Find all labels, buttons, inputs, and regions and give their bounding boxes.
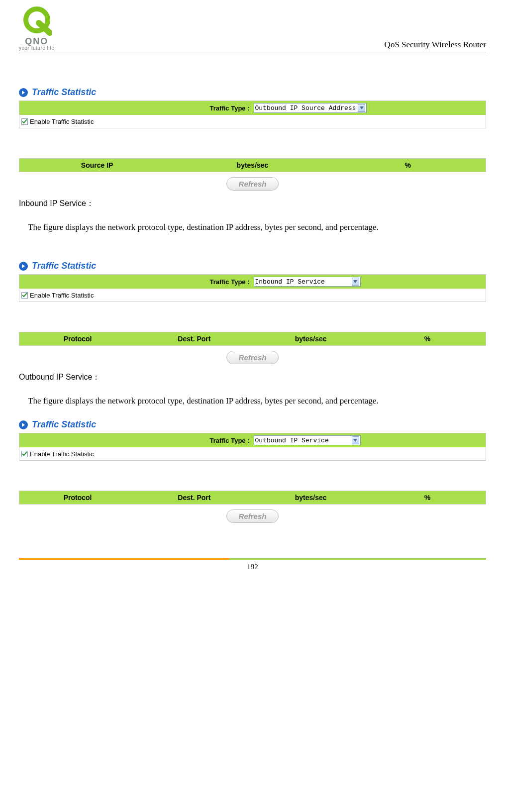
chevron-right-icon xyxy=(19,88,28,97)
enable-traffic-checkbox[interactable] xyxy=(21,292,28,299)
col-source-ip: Source IP xyxy=(19,161,175,169)
header-title: QoS Security Wireless Router xyxy=(385,40,486,50)
traffic-statistic-panel-3: Traffic Statistic Traffic Type : Outboun… xyxy=(19,419,486,523)
panel-title: Traffic Statistic xyxy=(32,87,96,98)
traffic-type-value: Outbound IP Service xyxy=(255,437,350,444)
refresh-wrap: Refresh xyxy=(19,177,486,191)
col-protocol: Protocol xyxy=(19,494,136,502)
traffic-type-label: Traffic Type : xyxy=(19,104,253,112)
traffic-type-label: Traffic Type : xyxy=(19,437,253,444)
table-header: Source IP bytes/sec % xyxy=(19,158,486,172)
chevron-right-icon xyxy=(19,420,28,429)
chevron-right-icon xyxy=(19,262,28,271)
qno-logo: QNO your future life xyxy=(19,6,54,51)
enable-row: Enable Traffic Statistic xyxy=(19,447,486,460)
enable-row: Enable Traffic Statistic xyxy=(19,115,486,128)
traffic-type-value: Outbound IP Source Address xyxy=(255,104,356,112)
col-bytes-sec: bytes/sec xyxy=(253,335,369,343)
enable-row: Enable Traffic Statistic xyxy=(19,289,486,302)
traffic-type-row: Traffic Type : Outbound IP Service xyxy=(19,433,486,447)
footer-divider xyxy=(19,558,486,560)
panel-header: Traffic Statistic xyxy=(19,419,486,430)
inbound-ip-service-heading: Inbound IP Service： xyxy=(19,199,486,209)
chevron-down-icon xyxy=(352,278,359,286)
outbound-ip-service-body: The figure displays the network protocol… xyxy=(28,393,477,409)
traffic-statistic-panel-2: Traffic Statistic Traffic Type : Inbound… xyxy=(19,261,486,364)
page-header: QNO your future life QoS Security Wirele… xyxy=(19,6,486,52)
refresh-wrap: Refresh xyxy=(19,351,486,364)
col-percent: % xyxy=(369,494,486,502)
logo-tagline: your future life xyxy=(19,46,54,51)
traffic-type-input-cell: Inbound IP Service xyxy=(253,277,486,287)
page-number: 192 xyxy=(19,563,486,571)
traffic-type-value: Inbound IP Service xyxy=(255,278,350,286)
chevron-down-icon xyxy=(358,104,365,112)
form-box: Traffic Type : Outbound IP Source Addres… xyxy=(19,101,486,128)
col-bytes-sec: bytes/sec xyxy=(253,494,369,502)
enable-traffic-label: Enable Traffic Statistic xyxy=(30,450,94,458)
table-header: Protocol Dest. Port bytes/sec % xyxy=(19,332,486,346)
chevron-down-icon xyxy=(352,436,359,444)
enable-traffic-checkbox[interactable] xyxy=(21,118,28,125)
traffic-statistic-panel-1: Traffic Statistic Traffic Type : Outboun… xyxy=(19,87,486,191)
traffic-type-row: Traffic Type : Outbound IP Source Addres… xyxy=(19,101,486,115)
panel-header: Traffic Statistic xyxy=(19,261,486,271)
col-protocol: Protocol xyxy=(19,335,136,343)
col-bytes-sec: bytes/sec xyxy=(175,161,330,169)
panel-header: Traffic Statistic xyxy=(19,87,486,98)
enable-traffic-label: Enable Traffic Statistic xyxy=(30,118,94,125)
inbound-ip-service-body: The figure displays the network protocol… xyxy=(28,219,477,236)
traffic-type-label: Traffic Type : xyxy=(19,278,253,286)
form-box: Traffic Type : Inbound IP Service Enable… xyxy=(19,274,486,302)
refresh-button[interactable]: Refresh xyxy=(226,509,279,523)
refresh-wrap: Refresh xyxy=(19,509,486,523)
traffic-type-input-cell: Outbound IP Service xyxy=(253,435,486,445)
traffic-type-input-cell: Outbound IP Source Address xyxy=(253,103,486,113)
outbound-ip-service-heading: Outbound IP Service： xyxy=(19,372,486,383)
traffic-type-row: Traffic Type : Inbound IP Service xyxy=(19,275,486,289)
col-percent: % xyxy=(330,161,486,169)
enable-traffic-label: Enable Traffic Statistic xyxy=(30,292,94,299)
col-dest-port: Dest. Port xyxy=(136,494,252,502)
panel-title: Traffic Statistic xyxy=(32,419,96,430)
col-percent: % xyxy=(369,335,486,343)
traffic-type-select[interactable]: Outbound IP Service xyxy=(254,435,361,445)
logo-text: QNO xyxy=(25,37,48,46)
refresh-button[interactable]: Refresh xyxy=(226,177,279,191)
panel-title: Traffic Statistic xyxy=(32,261,96,271)
traffic-type-select[interactable]: Outbound IP Source Address xyxy=(254,103,367,113)
form-box: Traffic Type : Outbound IP Service Enabl… xyxy=(19,433,486,461)
logo-q-icon xyxy=(22,6,52,36)
refresh-button[interactable]: Refresh xyxy=(226,351,279,364)
table-header: Protocol Dest. Port bytes/sec % xyxy=(19,491,486,505)
col-dest-port: Dest. Port xyxy=(136,335,252,343)
enable-traffic-checkbox[interactable] xyxy=(21,451,28,457)
page: QNO your future life QoS Security Wirele… xyxy=(0,0,505,586)
traffic-type-select[interactable]: Inbound IP Service xyxy=(254,277,361,287)
